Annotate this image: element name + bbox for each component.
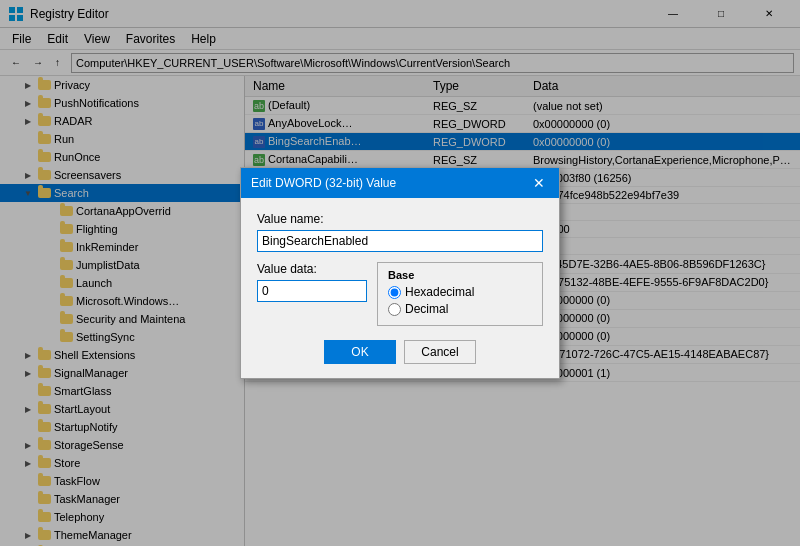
radio-hex[interactable] bbox=[388, 286, 401, 299]
modal-overlay: Edit DWORD (32-bit) Value ✕ Value name: … bbox=[0, 0, 800, 546]
dialog-titlebar: Edit DWORD (32-bit) Value ✕ bbox=[241, 168, 559, 198]
radio-hex-label: Hexadecimal bbox=[405, 285, 474, 299]
dialog-body: Value name: Value data: Base Hexadecimal… bbox=[241, 198, 559, 378]
radio-dec-label: Decimal bbox=[405, 302, 448, 316]
cancel-button[interactable]: Cancel bbox=[404, 340, 476, 364]
value-data-label: Value data: bbox=[257, 262, 367, 276]
value-data-input[interactable] bbox=[257, 280, 367, 302]
edit-dword-dialog: Edit DWORD (32-bit) Value ✕ Value name: … bbox=[240, 167, 560, 379]
dialog-title: Edit DWORD (32-bit) Value bbox=[251, 176, 396, 190]
value-name-label: Value name: bbox=[257, 212, 543, 226]
radio-dec[interactable] bbox=[388, 303, 401, 316]
base-group: Base Hexadecimal Decimal bbox=[377, 262, 543, 326]
dialog-close-button[interactable]: ✕ bbox=[529, 175, 549, 191]
dialog-buttons: OK Cancel bbox=[257, 340, 543, 364]
value-row: Value data: Base Hexadecimal Decimal bbox=[257, 262, 543, 326]
ok-button[interactable]: OK bbox=[324, 340, 396, 364]
radio-dec-row: Decimal bbox=[388, 302, 532, 316]
value-name-input[interactable] bbox=[257, 230, 543, 252]
radio-hex-row: Hexadecimal bbox=[388, 285, 532, 299]
base-label: Base bbox=[388, 269, 532, 281]
value-data-section: Value data: bbox=[257, 262, 367, 302]
